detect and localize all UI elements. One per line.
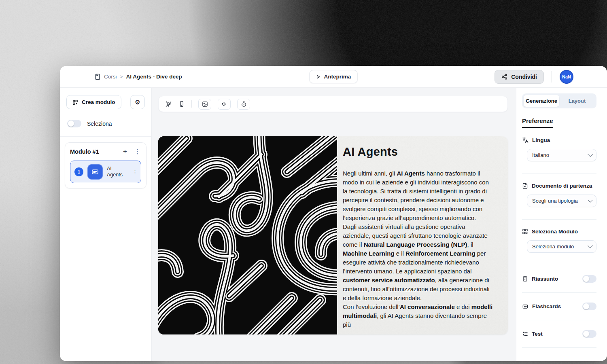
share-button[interactable]: Condividi <box>495 70 544 84</box>
lesson-item-ai-agents[interactable]: 1 AI Agents ⋮ <box>70 161 141 183</box>
select-module-section: Seleziona Modulo Seleziona modulo <box>522 220 596 265</box>
gear-icon: ⚙ <box>135 99 140 106</box>
lesson-text-panel[interactable]: AI Agents Negli ultimi anni, gli AI Agen… <box>337 136 508 334</box>
chevron-down-icon <box>588 197 593 203</box>
module-cover-art <box>158 136 337 334</box>
editor-canvas: AI Agents Negli ultimi anni, gli AI Agen… <box>152 88 516 361</box>
tab-layout[interactable]: Layout <box>559 95 595 107</box>
share-icon <box>501 74 507 80</box>
mobile-preview-icon[interactable] <box>178 101 185 107</box>
article-paragraphs: Negli ultimi anni, gli AI Agents hanno t… <box>343 169 494 329</box>
create-module-button[interactable]: Crea modulo <box>66 95 121 109</box>
language-label: Lingua <box>532 137 550 143</box>
modules-sidebar: Crea modulo ⚙ Seleziona Modulo #1 + ⋮ 1 <box>60 88 152 361</box>
select-module-label: Seleziona Modulo <box>532 229 578 235</box>
select-mode-label: Seleziona <box>87 121 112 127</box>
settings-button[interactable]: ⚙ <box>130 95 145 109</box>
select-module-select[interactable]: Seleziona modulo <box>527 240 596 253</box>
breadcrumb: Corsi > AI Agents - Dive deep <box>94 74 182 80</box>
flashcard-tile-icon <box>87 164 103 180</box>
language-select[interactable]: Italiano <box>527 149 596 161</box>
audio-tool-button[interactable] <box>218 99 231 110</box>
avatar[interactable]: NaN <box>560 70 573 84</box>
header: Corsi > AI Agents - Dive deep Anteprima … <box>60 66 607 88</box>
summary-toggle[interactable] <box>582 275 596 283</box>
breadcrumb-separator: > <box>120 74 123 80</box>
module-menu-button[interactable]: ⋮ <box>131 148 141 155</box>
add-lesson-button[interactable]: + <box>119 148 131 156</box>
lesson-label: AI Agents <box>107 166 128 178</box>
summary-toggle-row: Riassunto <box>522 265 596 293</box>
grid-sparkle-icon <box>72 99 78 105</box>
module-card: Modulo #1 + ⋮ 1 AI Agents ⋮ <box>65 142 146 188</box>
flashcards-toggle-row: Flashcards <box>522 293 596 320</box>
test-toggle-row: Test <box>522 320 596 348</box>
source-document-label: Documento di partenza <box>532 183 592 189</box>
canvas-toolbar <box>158 96 508 112</box>
document-icon <box>522 183 528 189</box>
select-mode-toggle[interactable] <box>67 120 81 127</box>
test-list-icon <box>522 331 528 337</box>
generation-panel: Generazione Layout Preferenze Lingua Ita… <box>516 88 607 361</box>
course-icon <box>94 74 101 80</box>
module-grid-icon <box>522 229 528 235</box>
source-document-select[interactable]: Scegli una tipologia <box>527 195 596 207</box>
test-toggle[interactable] <box>582 330 596 338</box>
image-tool-button[interactable] <box>198 99 211 110</box>
summary-icon <box>522 276 528 282</box>
lesson-number-badge: 1 <box>74 167 83 176</box>
tab-generazione[interactable]: Generazione <box>524 95 559 107</box>
preview-button[interactable]: Anteprima <box>310 70 358 83</box>
flashcards-toggle[interactable] <box>582 303 596 310</box>
lesson-card: AI Agents Negli ultimi anni, gli AI Agen… <box>158 136 508 334</box>
app-window: Corsi > AI Agents - Dive deep Anteprima … <box>60 66 607 361</box>
source-document-section: Documento di partenza Scegli una tipolog… <box>522 174 596 220</box>
breadcrumb-current: AI Agents - Dive deep <box>126 74 182 80</box>
header-divider <box>552 71 552 83</box>
pointer-off-icon[interactable] <box>165 101 172 108</box>
flashcards-icon <box>522 303 528 310</box>
languages-icon <box>522 137 528 143</box>
panel-tabs: Generazione Layout <box>522 93 596 108</box>
breadcrumb-root-link[interactable]: Corsi <box>104 74 117 80</box>
chevron-down-icon <box>588 152 593 157</box>
play-icon <box>316 74 321 79</box>
preferences-heading: Preferenze <box>522 117 553 128</box>
divider <box>60 136 151 137</box>
module-title: Modulo #1 <box>70 148 119 155</box>
language-section: Lingua Italiano <box>522 128 596 174</box>
timer-tool-button[interactable] <box>237 99 250 110</box>
lesson-title: AI Agents <box>343 145 494 159</box>
lesson-menu-button[interactable]: ⋮ <box>132 169 138 175</box>
chevron-down-icon <box>588 243 593 248</box>
toolbar-divider <box>191 100 192 108</box>
